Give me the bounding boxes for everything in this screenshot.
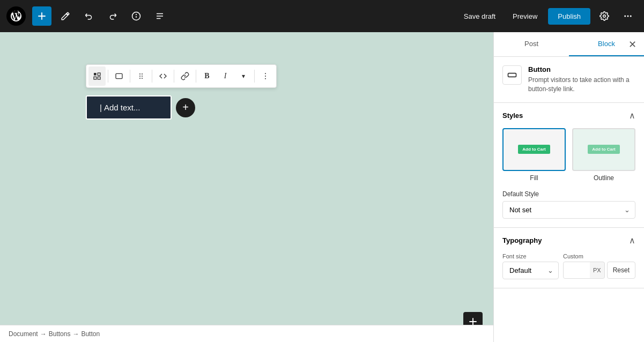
redo-icon [108,11,117,21]
info-button[interactable] [127,6,146,26]
fill-preview: Add to Cart [502,128,566,171]
toolbar-divider-6 [254,70,255,83]
svg-rect-14 [116,73,122,78]
reset-font-size-button[interactable]: Reset [607,262,635,279]
canvas-area: B I ▾ Add text... + Document → Buttons [0,32,493,342]
breadcrumb: Document → Buttons → Button [0,325,493,342]
breadcrumb-document[interactable]: Document [9,330,38,338]
font-size-col: Font size Default Small Medium Large Ext… [502,253,559,279]
link-button[interactable] [176,66,194,86]
list-icon [155,11,165,21]
default-style-select[interactable]: Not set Fill Outline [502,201,635,219]
wordpress-logo[interactable] [6,6,26,26]
plus-label: + [182,101,189,114]
block-text: Button Prompt visitors to take action wi… [528,65,635,94]
custom-col: Custom PX Reset [563,253,635,279]
svg-rect-11 [98,73,100,76]
more-options-button[interactable] [618,6,638,26]
undo-button[interactable] [79,6,99,26]
toolbar-divider-2 [130,70,130,83]
breadcrumb-button[interactable]: Button [81,330,100,338]
button-block-icon [507,70,517,80]
undo-icon [84,11,94,21]
dots-vertical-icon [261,72,270,80]
typography-section-header[interactable]: Typography ∧ [494,228,644,253]
outline-preview-inner: Add to Cart [588,145,620,154]
button-text-input[interactable]: Add text... [86,95,172,120]
outline-style-option[interactable]: Add to Cart Outline [572,128,635,182]
fill-preview-inner: Add to Cart [518,145,550,154]
typography-section: Typography ∧ Font size Default Small Med… [494,228,644,288]
svg-point-16 [142,73,143,75]
edit-button[interactable] [56,6,75,26]
topbar-right: Save draft Preview Publish [457,6,638,26]
settings-button[interactable] [595,6,614,26]
drag-button[interactable] [132,66,150,86]
code-button[interactable] [154,66,172,86]
info-icon [131,11,141,21]
default-style-label: Default Style [502,190,635,198]
main-layout: B I ▾ Add text... + Document → Buttons [0,32,644,342]
drag-icon [137,72,145,80]
block-toolbar: B I ▾ [86,64,277,88]
block-description: Prompt visitors to take action with a bu… [528,76,635,94]
breadcrumb-buttons[interactable]: Buttons [49,330,71,338]
font-size-select[interactable]: Default Small Medium Large Extra Large [502,262,559,279]
plus-icon [37,11,47,21]
inline-button[interactable] [110,66,128,86]
code-icon [159,72,167,80]
wp-icon [11,11,21,21]
block-name-label: Button [528,65,635,73]
tab-post[interactable]: Post [494,32,569,56]
outline-preview: Add to Cart [572,128,635,171]
preview-button[interactable]: Preview [506,9,544,24]
svg-point-6 [603,15,606,18]
transform-block-button[interactable] [88,66,106,86]
link-icon [181,72,189,80]
add-text-label: Add text... [104,103,140,112]
custom-sublabel: Custom [563,253,583,259]
px-label: PX [590,262,605,279]
transform-icon [93,72,101,80]
add-inner-block-button[interactable]: + [176,98,195,117]
add-block-toolbar-button[interactable] [32,6,51,26]
publish-button[interactable]: Publish [548,8,590,25]
styles-section-header[interactable]: Styles ∧ [494,103,644,128]
custom-font-size-input[interactable] [563,262,590,279]
custom-input-row: PX Reset [563,262,635,279]
fill-style-option[interactable]: Add to Cart Fill [502,128,566,182]
sidebar-close-button[interactable]: ✕ [625,37,640,52]
svg-point-9 [630,16,632,17]
text-options-dropdown[interactable]: ▾ [235,66,252,86]
toolbar-divider-4 [174,70,174,83]
default-style-select-wrapper: Not set Fill Outline ⌄ [502,201,635,219]
font-size-row: Font size Default Small Medium Large Ext… [502,253,635,279]
ellipsis-icon [623,11,633,21]
sidebar-tabs: Post Block ✕ [494,32,644,57]
fill-label: Fill [502,174,566,182]
svg-point-21 [265,73,266,74]
block-info: Button Prompt visitors to take action wi… [494,57,644,103]
block-more-button[interactable] [257,66,274,86]
sidebar: Post Block ✕ Button Prompt visitors to t… [493,32,644,342]
svg-rect-24 [508,73,516,77]
svg-point-17 [139,76,140,77]
list-view-button[interactable] [150,6,169,26]
bold-button[interactable]: B [198,66,216,86]
svg-point-23 [265,78,266,79]
svg-rect-12 [94,77,97,79]
italic-button[interactable]: I [217,66,234,86]
font-size-sublabel: Font size [502,253,559,259]
block-icon [502,65,522,85]
default-style-section: Default Style Not set Fill Outline ⌄ [494,190,644,227]
save-draft-button[interactable]: Save draft [457,9,502,24]
redo-button[interactable] [103,6,122,26]
styles-grid: Add to Cart Fill Add to Cart Outline [494,128,644,190]
toolbar-divider [108,70,108,83]
svg-point-8 [627,16,629,17]
svg-point-19 [139,78,140,79]
svg-rect-13 [98,77,100,79]
svg-point-22 [265,76,266,77]
typography-title: Typography [502,236,542,244]
font-size-select-wrapper: Default Small Medium Large Extra Large ⌄ [502,262,559,279]
